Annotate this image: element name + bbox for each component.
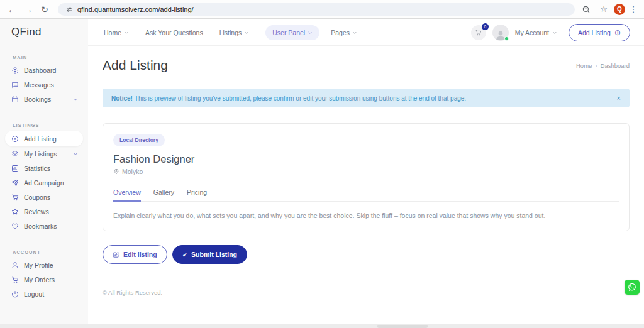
sidebar-item-dashboard[interactable]: Dashboard — [11, 63, 88, 77]
sidebar-item-label: Coupons — [24, 194, 50, 201]
sidebar-item-reviews[interactable]: Reviews — [11, 204, 88, 219]
scrollbar-thumb[interactable] — [377, 325, 428, 328]
browser-back-icon[interactable]: ← — [4, 4, 20, 14]
nav-item-pages[interactable]: Pages — [331, 29, 357, 36]
horizontal-scrollbar[interactable] — [0, 324, 644, 328]
notice-banner: Notice! This is preview of listing you'v… — [103, 89, 630, 107]
sidebar-section-main: MAIN — [13, 55, 88, 60]
nav-label: Pages — [331, 29, 350, 36]
sidebar-item-label: Bookings — [24, 96, 51, 103]
cart-icon — [11, 194, 19, 201]
plus-circle-icon: ⊕ — [614, 29, 621, 36]
breadcrumb-separator: › — [595, 62, 597, 69]
nav-item-ask-your-questions[interactable]: Ask Your Questions — [145, 29, 203, 36]
cart-icon — [475, 29, 482, 36]
sidebar-item-logout[interactable]: Logout — [11, 287, 88, 301]
edit-listing-label: Edit listing — [123, 251, 157, 258]
sidebar-item-label: Add Listing — [24, 135, 57, 143]
sidebar-item-ad-campaign[interactable]: Ad Campaign — [11, 175, 88, 190]
browser-profile-avatar[interactable]: Q — [614, 4, 625, 15]
breadcrumb-home[interactable]: Home — [576, 62, 592, 69]
tab-pricing[interactable]: Pricing — [187, 189, 207, 201]
add-listing-button[interactable]: Add Listing ⊕ — [569, 24, 630, 41]
chevron-down-icon — [73, 151, 78, 156]
top-navigation: Home Ask Your Questions Listings User Pa… — [88, 19, 644, 46]
sidebar-item-label: My Orders — [24, 276, 55, 283]
nav-label: User Panel — [272, 29, 305, 36]
sidebar-item-statistics[interactable]: Statistics — [11, 161, 88, 175]
chat-icon — [11, 81, 19, 89]
listing-description: Explain clearly what you do, what sets y… — [113, 211, 619, 221]
sidebar-item-my-listings[interactable]: My Listings — [11, 146, 88, 161]
user-icon — [11, 261, 19, 269]
zoom-out-icon[interactable] — [579, 2, 594, 17]
cart-count-badge: 0 — [482, 23, 489, 30]
tab-gallery[interactable]: Gallery — [153, 189, 174, 201]
sidebar-item-label: Statistics — [24, 165, 50, 172]
sidebar-item-label: My Profile — [24, 261, 53, 269]
power-icon — [11, 290, 19, 298]
category-badge: Local Directory — [113, 134, 165, 146]
sidebar-item-label: Bookmarks — [24, 222, 57, 230]
heart-icon — [11, 222, 19, 230]
sidebar-item-label: Logout — [24, 290, 44, 298]
nav-label: Listings — [219, 29, 242, 36]
location-pin-icon — [113, 168, 119, 175]
notice-text: This is preview of listing you've submit… — [135, 95, 466, 102]
close-icon[interactable]: × — [617, 94, 621, 102]
whatsapp-icon[interactable] — [625, 280, 640, 295]
my-account-menu[interactable]: My Account — [515, 29, 557, 36]
sidebar-item-label: Reviews — [24, 208, 49, 216]
sidebar-item-coupons[interactable]: Coupons — [11, 190, 88, 204]
sidebar-item-my-orders[interactable]: My Orders — [11, 272, 88, 287]
nav-item-home[interactable]: Home — [104, 29, 129, 36]
address-bar[interactable]: qfind.quantumsolverz.com/add-listing/ — [58, 3, 575, 16]
sidebar-item-label: Ad Campaign — [24, 179, 64, 187]
bookmark-star-icon[interactable]: ☆ — [596, 2, 611, 17]
sidebar-item-messages[interactable]: Messages — [11, 77, 88, 92]
tab-overview[interactable]: Overview — [113, 189, 141, 202]
bar-chart-icon — [11, 165, 19, 172]
sidebar-item-label: Dashboard — [24, 67, 56, 74]
browser-toolbar: ← → ↻ qfind.quantumsolverz.com/add-listi… — [0, 0, 644, 19]
sidebar-item-bookings[interactable]: Bookings — [11, 92, 88, 106]
chevron-down-icon — [244, 30, 249, 35]
browser-forward-icon[interactable]: → — [20, 4, 36, 14]
listing-tabs: Overview Gallery Pricing — [113, 189, 619, 202]
sidebar-item-label: Messages — [24, 81, 54, 89]
listing-title: Fashion Designer — [113, 153, 619, 165]
breadcrumb: Home › Dashboard — [576, 62, 630, 69]
cart-button[interactable]: 0 — [471, 25, 486, 40]
logo[interactable]: QFind — [11, 26, 88, 38]
user-avatar[interactable] — [492, 25, 509, 41]
sidebar-item-add-listing[interactable]: Add Listing — [5, 131, 83, 146]
page-title: Add Listing — [103, 58, 168, 73]
sidebar-item-my-profile[interactable]: My Profile — [11, 258, 88, 272]
listing-preview-card: Local Directory Fashion Designer Molyko … — [103, 123, 630, 231]
calendar-icon — [11, 96, 19, 103]
submit-listing-button[interactable]: ✓ Submit Listing — [172, 245, 247, 264]
star-icon — [11, 208, 19, 216]
site-settings-icon[interactable] — [65, 6, 73, 13]
my-account-label: My Account — [515, 29, 549, 36]
nav-label: Ask Your Questions — [145, 29, 203, 36]
campaign-icon — [11, 179, 19, 187]
copyright-text: © All Rights Reserved. — [103, 289, 630, 296]
chevron-down-icon — [124, 30, 129, 35]
notice-prefix: Notice! — [111, 95, 133, 102]
browser-menu-icon[interactable]: ⋮ — [628, 4, 639, 14]
edit-listing-button[interactable]: Edit listing — [103, 245, 167, 264]
cart-icon — [11, 276, 19, 283]
submit-listing-label: Submit Listing — [191, 251, 237, 258]
plus-circle-icon — [11, 135, 19, 143]
breadcrumb-current: Dashboard — [601, 62, 630, 69]
nav-item-listings[interactable]: Listings — [219, 29, 250, 36]
edit-icon — [113, 251, 119, 258]
chevron-down-icon — [352, 30, 357, 35]
sidebar-section-account: ACCOUNT — [13, 249, 88, 255]
sidebar-item-bookmarks[interactable]: Bookmarks — [11, 219, 88, 233]
chevron-down-icon — [552, 30, 557, 35]
url-text: qfind.quantumsolverz.com/add-listing/ — [77, 6, 194, 13]
nav-item-user-panel[interactable]: User Panel — [265, 25, 319, 40]
browser-reload-icon[interactable]: ↻ — [36, 4, 53, 14]
